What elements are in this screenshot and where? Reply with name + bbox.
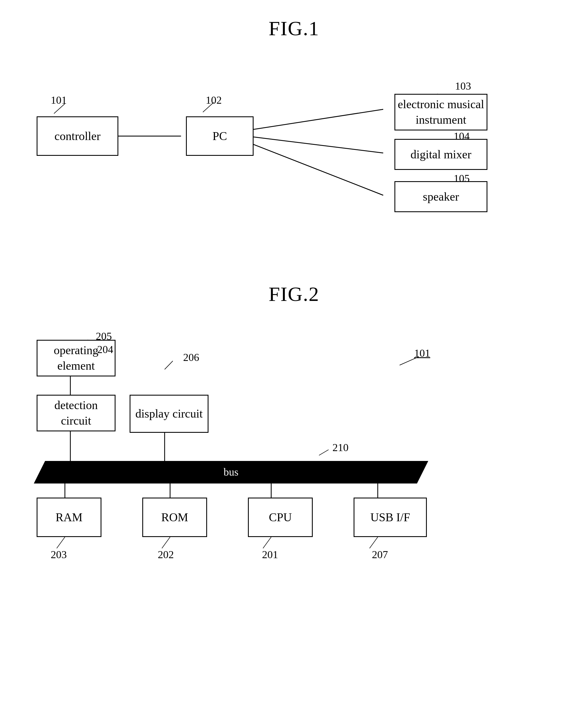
svg-line-3 [247, 142, 383, 195]
ref-201: 201 [262, 548, 278, 561]
ref-206: 206 [183, 351, 199, 363]
svg-line-20 [370, 537, 378, 548]
ref-105-fig1: 105 [454, 172, 470, 185]
svg-text:bus: bus [224, 466, 239, 478]
controller-box: controller [37, 117, 118, 156]
ref-204-label: 204 [97, 343, 113, 356]
svg-line-19 [263, 537, 271, 548]
ref-205: 205 [96, 330, 112, 342]
svg-line-18 [162, 537, 170, 548]
speaker-box: speaker [395, 181, 487, 212]
pc-box: PC [186, 117, 254, 156]
ram-box: RAM [37, 498, 101, 537]
fig1-title: FIG.1 [23, 17, 565, 40]
ref-104-fig1: 104 [454, 130, 470, 142]
ref-202: 202 [158, 548, 174, 561]
ref-101-fig1: 101 [51, 94, 67, 106]
ref-103-fig1: 103 [455, 80, 471, 92]
fig2-diagram: 101 operating element 205 204 detection … [23, 323, 565, 577]
fig1-diagram: controller 101 PC 102 electronic musical… [23, 57, 565, 254]
cpu-box: CPU [248, 498, 313, 537]
detection-circuit-box: detection circuit [37, 395, 115, 432]
ref-210: 210 [333, 441, 349, 454]
usb-box: USB I/F [354, 498, 427, 537]
rom-box: ROM [142, 498, 207, 537]
svg-line-23 [165, 361, 173, 370]
bus-svg: bus [34, 461, 428, 483]
svg-line-2 [247, 136, 383, 153]
bus-container: bus [34, 461, 428, 483]
page: FIG.1 controller 101 [0, 0, 588, 712]
mixer-box: digital mixer [395, 139, 487, 170]
ref-101-fig2: 101 [414, 347, 430, 359]
emi-box: electronic musical instrument [395, 94, 487, 130]
ref-207: 207 [372, 548, 388, 561]
ref-102-fig1: 102 [206, 94, 222, 106]
ref-203: 203 [51, 548, 67, 561]
fig2-title: FIG.2 [23, 282, 565, 306]
svg-line-24 [319, 450, 329, 455]
svg-line-1 [247, 109, 383, 130]
svg-line-17 [57, 537, 65, 548]
display-circuit-box: display circuit [130, 395, 209, 433]
